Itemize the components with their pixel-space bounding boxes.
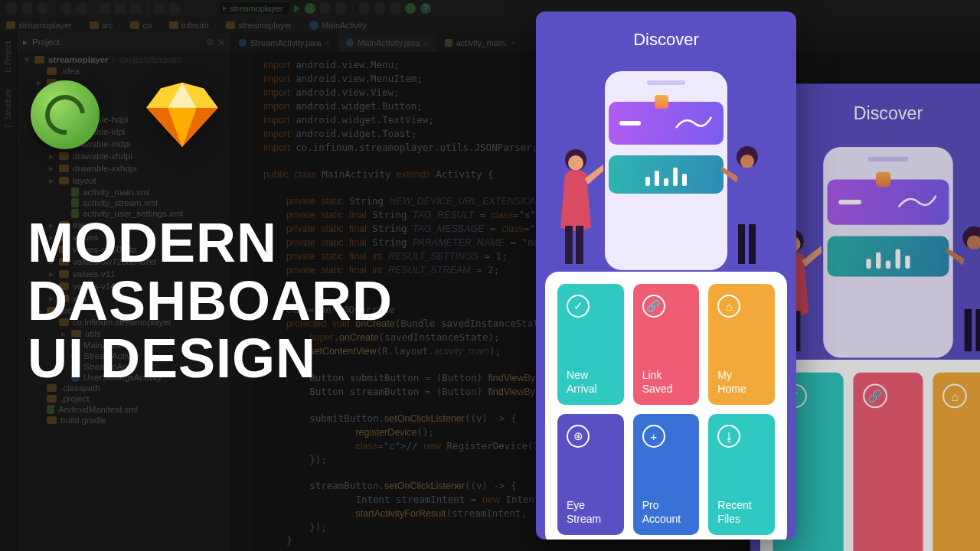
svg-rect-23: [738, 224, 745, 264]
dashboard-card[interactable]: ⌂My Home: [708, 284, 775, 405]
dashboard-card[interactable]: ⊛Eye Stream: [557, 414, 624, 535]
dashboard-card[interactable]: 🔗Saved: [853, 373, 923, 551]
card-label: Pro Account: [642, 499, 691, 526]
svg-rect-24: [749, 224, 756, 264]
card-icon: 🔗: [863, 384, 887, 409]
card-label: Eye Stream: [567, 499, 615, 526]
svg-rect-15: [965, 309, 972, 351]
dashboard-card[interactable]: +Pro Account: [633, 414, 700, 535]
card-icon: ⌂: [942, 384, 967, 409]
svg-rect-20: [576, 226, 583, 264]
phone-mockup-foreground: Discover ✓New Arrival🔗Link Saved⌂My Home…: [536, 11, 796, 540]
dashboard-card[interactable]: ⌂My Home: [933, 373, 980, 551]
dashboard-sheet: ✓New Arrival🔗Link Saved⌂My Home⊛Eye Stre…: [545, 272, 787, 540]
card-icon: +: [642, 425, 665, 448]
card-icon: ⌂: [717, 295, 740, 318]
card-label: Recent Files: [717, 499, 766, 526]
dashboard-card[interactable]: ⭳Recent Files: [708, 414, 775, 535]
card-icon: ⭳: [717, 425, 740, 448]
dashboard-card[interactable]: 🔗Link Saved: [633, 284, 700, 405]
svg-rect-16: [975, 309, 980, 351]
card-label: My Home: [717, 369, 766, 396]
dashboard-card[interactable]: ✓New Arrival: [557, 284, 624, 405]
svg-point-18: [568, 155, 583, 171]
card-icon: ⊛: [567, 425, 590, 448]
phone-title: Discover: [536, 11, 796, 56]
card-label: Link Saved: [642, 369, 691, 396]
svg-rect-19: [565, 226, 573, 264]
svg-point-22: [740, 155, 754, 168]
hero-illustration: [536, 56, 796, 270]
card-label: New Arrival: [567, 369, 615, 396]
card-icon: 🔗: [642, 295, 665, 318]
card-icon: ✓: [567, 295, 590, 318]
sketch-logo-icon: [145, 83, 219, 147]
headline-text: MODERN DASHBOARD UI DESIGN: [28, 214, 393, 388]
android-studio-logo-icon: [31, 80, 100, 149]
